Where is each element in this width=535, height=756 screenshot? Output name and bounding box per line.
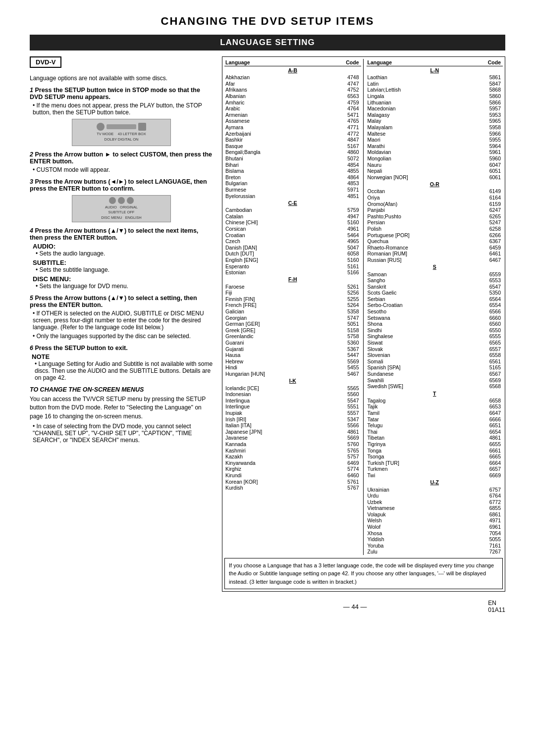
lang-row: Turkmen6657: [367, 466, 503, 472]
lang-name: Cambodian: [224, 207, 321, 213]
lang-row: Galician5358: [224, 308, 361, 315]
lang-name: Tigrinya: [367, 441, 465, 448]
lang-code: 5957: [465, 105, 503, 112]
lang-row: Maori5955: [367, 137, 503, 143]
lang-name: Guarani: [224, 340, 321, 346]
lang-name: Welsh: [367, 517, 465, 524]
lang-row: Tatar6666: [367, 416, 503, 422]
lang-row: Urdu6764: [367, 493, 503, 499]
lang-row: Kazakh5757: [224, 454, 361, 460]
lang-name: Icelandic [ICE]: [224, 385, 321, 391]
lang-row: Arabic4764: [224, 105, 361, 112]
lang-name: German [GER]: [224, 321, 321, 327]
lang-code: 5255: [321, 296, 361, 302]
lang-code: 5464: [321, 232, 361, 238]
lang-row: Gujarati5367: [224, 346, 361, 352]
lang-name: Swahili: [367, 377, 465, 383]
lang-name: Faroese: [224, 283, 321, 290]
lang-code: 5966: [465, 130, 503, 137]
lang-code: 6563: [321, 93, 361, 100]
lang-row: Marathi5964: [367, 143, 503, 150]
lang-code: 5247: [465, 219, 503, 226]
lang-row: Siswat6565: [367, 340, 503, 346]
lang-row: Abkhazian4748: [224, 74, 361, 81]
lang-name: Somali: [367, 358, 465, 365]
lang-row: Kinyarwanda6469: [224, 459, 361, 466]
lang-code: 6469: [321, 459, 361, 466]
lang-row: Bengali;Bangla4860: [224, 149, 361, 155]
lang-row: Slovak6557: [367, 346, 503, 352]
instruction-note: Language options are not available with …: [30, 75, 213, 82]
lang-name: Danish [DAN]: [224, 244, 321, 251]
lang-row: Spanish [SPA]5165: [367, 364, 503, 371]
lang-name: Siswat: [367, 340, 465, 346]
lang-code: 6553: [465, 277, 503, 284]
lang-row: Tibetan4861: [367, 435, 503, 441]
to-change-text: You can access the TV/VCR SETUP menu by …: [30, 395, 213, 421]
lang-row: Malay5965: [367, 118, 503, 124]
lang-name: Nauru: [367, 161, 465, 168]
lang-name: Burmese: [224, 187, 321, 193]
lang-name: Korean [KOR]: [224, 478, 321, 485]
lang-code: 6566: [465, 308, 503, 315]
lang-row: Malayalam5958: [367, 124, 503, 131]
lang-row: Lithuanian5866: [367, 99, 503, 105]
lang-row: Fiji5256: [224, 290, 361, 296]
lang-row: Corsican4961: [224, 226, 361, 232]
lang-code: 5161: [321, 263, 361, 269]
lang-name: Breton: [224, 174, 321, 181]
lang-code: 7161: [465, 543, 503, 549]
lang-row: Estonian5166: [224, 269, 361, 276]
lang-code: 5261: [321, 283, 361, 290]
lang-name: Moldavian: [367, 149, 465, 155]
lang-code: 4851: [321, 193, 361, 199]
lang-code: 6258: [465, 226, 503, 232]
lang-name: Galician: [224, 308, 321, 315]
lang-code: 4864: [321, 174, 361, 181]
lang-name: English [ENG]: [224, 257, 321, 263]
lang-code: 5347: [321, 416, 361, 422]
step-5-text: Press the Arrow buttons (▲/▼) to select …: [30, 295, 197, 308]
lang-row: English [ENG]5160: [224, 257, 361, 263]
lang-name: Assamese: [224, 118, 321, 124]
lang-code: 4765: [321, 118, 361, 124]
lang-row: Irish [IRI]5347: [224, 416, 361, 422]
lang-name: Latvian;Lettish: [367, 87, 465, 93]
lang-row: Swahili6569: [367, 377, 503, 383]
lang-code: 5866: [465, 99, 503, 105]
lang-row: Wolof6961: [367, 524, 503, 530]
lang-row: Nauru6047: [367, 161, 503, 168]
step-1-text: Press the SETUP button twice in STOP mod…: [30, 87, 200, 101]
lang-name: Aymara: [224, 124, 321, 131]
lang-row: Croatian5464: [224, 232, 361, 238]
lang-name: Estonian: [224, 269, 321, 276]
lang-code: 6569: [465, 377, 503, 383]
lang-code: 6665: [465, 454, 503, 460]
lang-row: Tsonga6665: [367, 454, 503, 460]
lang-name: Romanian [RUM]: [367, 251, 465, 257]
lang-name: Kazakh: [224, 454, 321, 460]
lang-row: Moldavian5961: [367, 149, 503, 155]
step-4-text: Press the Arrow buttons (▲/▼) to select …: [30, 227, 198, 241]
lang-name: Latin: [367, 81, 465, 87]
lang-row: Afrikaans4752: [224, 87, 361, 93]
lang-name: Lingala: [367, 93, 465, 100]
lang-row: Swedish [SWE]6568: [367, 383, 503, 390]
lang-name: Tamil: [367, 410, 465, 416]
lang-name: Sangho: [367, 277, 465, 284]
lang-code: 6664: [465, 459, 503, 466]
section-header-ce: C-E: [224, 199, 361, 207]
lang-code: 4771: [321, 124, 361, 131]
lang-name: Sesotho: [367, 308, 465, 315]
lang-row: Bhutani5072: [224, 155, 361, 162]
lang-row: Hebrew5569: [224, 358, 361, 365]
lang-name: Hungarian [HUN]: [224, 371, 321, 377]
lang-row: Quechua6367: [367, 238, 503, 245]
lang-name: Malay: [367, 118, 465, 124]
lang-code: 5971: [321, 187, 361, 193]
lang-code: 6560: [465, 321, 503, 327]
lang-code: 6561: [465, 358, 503, 365]
lang-code: 5560: [321, 391, 361, 398]
step-2-text: Press the Arrow button ► to select CUSTO…: [30, 151, 212, 165]
lang-name: Bhutani: [224, 155, 321, 162]
